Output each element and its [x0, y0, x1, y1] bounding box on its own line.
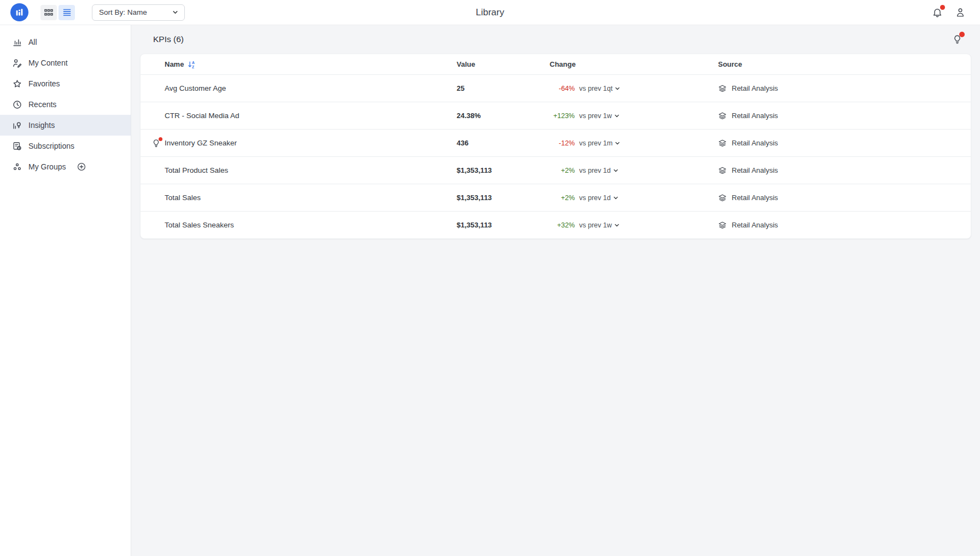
change-compare: vs prev 1d — [579, 167, 611, 174]
sidebar-item-my-content[interactable]: My Content — [0, 52, 131, 73]
insight-dot-badge — [159, 137, 162, 141]
table-row[interactable]: Inventory GZ Sneaker 436 -12% vs prev 1m… — [141, 129, 971, 156]
row-name: CTR - Social Media Ad — [165, 112, 457, 120]
chevron-down-icon — [612, 167, 619, 174]
change-dropdown[interactable]: +2% vs prev 1d — [550, 194, 718, 202]
sort-by-label: Sort By: Name — [99, 8, 147, 16]
table-row[interactable]: CTR - Social Media Ad 24.38% +123% vs pr… — [141, 102, 971, 129]
change-percent: +32% — [550, 221, 575, 229]
sidebar-item-label: My Groups — [28, 162, 66, 171]
change-compare: vs prev 1w — [579, 221, 612, 229]
change-percent: +2% — [550, 167, 575, 174]
sidebar-item-insights[interactable]: Insights — [0, 115, 131, 136]
insight-alert-badge — [959, 32, 965, 37]
view-toggle-group — [40, 5, 75, 20]
sidebar-item-label: Insights — [28, 121, 55, 130]
row-source: Retail Analysis — [732, 221, 778, 229]
insight-bulb-icon — [151, 138, 161, 148]
change-percent: -64% — [550, 85, 575, 92]
logo-bars-icon — [14, 7, 25, 17]
chevron-down-icon — [612, 195, 619, 201]
account-button[interactable] — [955, 7, 966, 18]
source-link[interactable]: Retail Analysis — [718, 221, 960, 230]
sidebar-item-label: Recents — [28, 100, 56, 109]
change-dropdown[interactable]: -12% vs prev 1m — [550, 139, 718, 147]
grid-view-icon — [44, 9, 53, 16]
kpi-table-body: Avg Customer Age 25 -64% vs prev 1qt Ret… — [141, 74, 971, 238]
sidebar-item-subscriptions[interactable]: Subscriptions — [0, 136, 131, 156]
dataset-layers-icon — [718, 221, 727, 230]
kpi-section-heading: KPIs (6) — [153, 34, 184, 44]
row-source: Retail Analysis — [732, 194, 778, 202]
change-compare: vs prev 1d — [579, 194, 611, 202]
sidebar: All My Content Favorites Recents Insight… — [0, 25, 131, 556]
sidebar-item-recents[interactable]: Recents — [0, 94, 131, 115]
sort-by-select[interactable]: Sort By: Name — [92, 4, 185, 21]
row-name: Inventory GZ Sneaker — [165, 139, 457, 147]
change-compare: vs prev 1qt — [579, 85, 612, 92]
row-value: 436 — [457, 139, 550, 147]
table-row[interactable]: Total Product Sales $1,353,113 +2% vs pr… — [141, 156, 971, 184]
change-percent: +2% — [550, 194, 575, 202]
plus-circle-icon — [77, 162, 86, 172]
column-header-value: Value — [457, 60, 550, 68]
sidebar-item-my-groups[interactable]: My Groups — [0, 156, 131, 177]
change-percent: +123% — [550, 112, 575, 120]
list-view-button[interactable] — [59, 5, 75, 20]
grid-view-button[interactable] — [40, 5, 57, 20]
add-group-button[interactable] — [77, 162, 86, 172]
change-dropdown[interactable]: +2% vs prev 1d — [550, 167, 718, 174]
change-dropdown[interactable]: +123% vs prev 1w — [550, 112, 718, 120]
source-link[interactable]: Retail Analysis — [718, 139, 960, 148]
row-name: Avg Customer Age — [165, 84, 457, 92]
row-value: $1,353,113 — [457, 194, 550, 202]
row-source: Retail Analysis — [732, 139, 778, 147]
user-icon — [955, 7, 966, 18]
document-clock-icon — [12, 141, 22, 151]
groups-icon — [12, 162, 22, 172]
table-row[interactable]: Total Sales $1,353,113 +2% vs prev 1d Re… — [141, 184, 971, 211]
sort-az-icon: A Z — [188, 60, 196, 69]
insights-alert-button[interactable] — [952, 34, 967, 45]
kpi-table: Name A Z Value Change Source Avg Custome… — [140, 54, 971, 239]
column-header-change: Change — [550, 60, 718, 68]
kpi-table-header: Name A Z Value Change Source — [141, 54, 971, 74]
change-compare: vs prev 1w — [579, 112, 612, 120]
sidebar-item-label: My Content — [28, 58, 68, 67]
change-percent: -12% — [550, 139, 575, 147]
notification-badge — [940, 5, 945, 10]
header-name-sortable[interactable]: Name A Z — [165, 60, 457, 69]
row-source: Retail Analysis — [732, 166, 778, 174]
app-logo[interactable] — [10, 3, 28, 21]
change-compare: vs prev 1m — [579, 139, 612, 147]
source-link[interactable]: Retail Analysis — [718, 84, 960, 93]
column-header-name: Name — [165, 60, 184, 68]
sidebar-item-all[interactable]: All — [0, 32, 131, 52]
source-link[interactable]: Retail Analysis — [718, 194, 960, 202]
row-value: 25 — [457, 84, 550, 92]
user-edit-icon — [12, 58, 22, 68]
row-name: Total Product Sales — [165, 166, 457, 174]
table-row[interactable]: Total Sales Sneakers $1,353,113 +32% vs … — [141, 211, 971, 238]
source-link[interactable]: Retail Analysis — [718, 166, 960, 175]
chevron-down-icon — [614, 140, 621, 147]
chevron-down-icon — [614, 85, 621, 92]
change-dropdown[interactable]: -64% vs prev 1qt — [550, 85, 718, 92]
dataset-layers-icon — [718, 166, 727, 175]
change-dropdown[interactable]: +32% vs prev 1w — [550, 221, 718, 229]
topbar: Sort By: Name Library — [0, 0, 980, 25]
dataset-layers-icon — [718, 139, 727, 148]
notifications-button[interactable] — [932, 7, 943, 18]
dataset-layers-icon — [718, 194, 727, 202]
sidebar-item-label: Subscriptions — [28, 142, 74, 150]
list-view-icon — [62, 8, 72, 16]
row-source: Retail Analysis — [732, 84, 778, 92]
table-row[interactable]: Avg Customer Age 25 -64% vs prev 1qt Ret… — [141, 74, 971, 102]
row-value: 24.38% — [457, 112, 550, 120]
sidebar-item-favorites[interactable]: Favorites — [0, 73, 131, 94]
chevron-down-icon — [614, 113, 620, 119]
sidebar-item-label: Favorites — [28, 79, 60, 88]
row-source: Retail Analysis — [732, 112, 778, 120]
source-link[interactable]: Retail Analysis — [718, 112, 960, 120]
sidebar-item-label: All — [28, 38, 37, 46]
